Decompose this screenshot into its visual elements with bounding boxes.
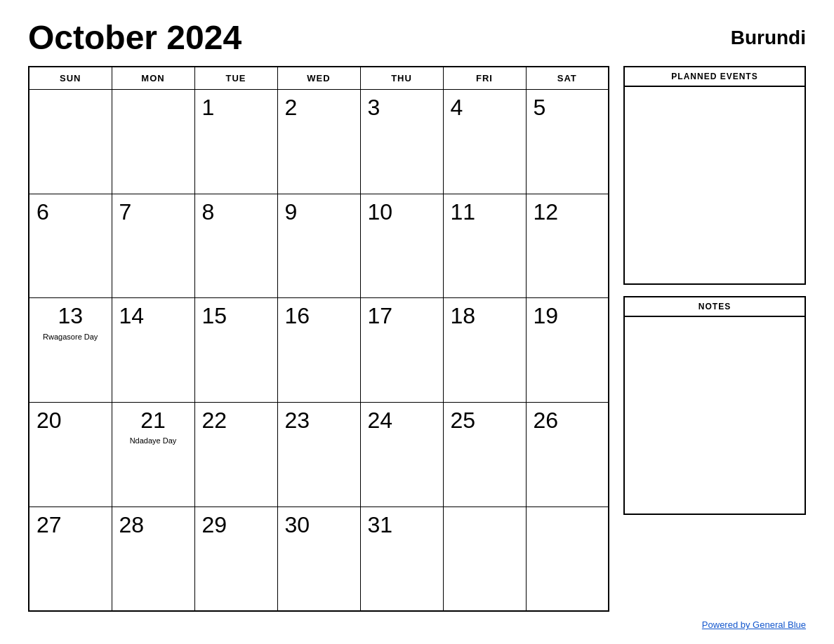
day-number: 6 xyxy=(37,200,105,224)
day-number: 12 xyxy=(534,200,602,224)
day-number: 17 xyxy=(368,304,436,328)
day-number: 8 xyxy=(202,200,270,224)
calendar-page: October 2024 Burundi SUN MON TUE WED THU… xyxy=(0,0,834,644)
col-tue: TUE xyxy=(194,67,277,90)
day-number: 29 xyxy=(202,513,270,537)
planned-events-box: PLANNED EVENTS xyxy=(623,66,806,285)
day-number: 25 xyxy=(451,408,519,433)
calendar-cell: 27 xyxy=(29,507,112,611)
notes-box: NOTES xyxy=(623,296,806,515)
day-number: 13 xyxy=(37,304,105,328)
planned-events-header: PLANNED EVENTS xyxy=(625,67,805,87)
calendar-table: SUN MON TUE WED THU FRI SAT 123456789101… xyxy=(28,66,609,612)
day-number: 9 xyxy=(285,200,353,224)
col-thu: THU xyxy=(360,67,443,90)
calendar-cell: 16 xyxy=(277,298,360,403)
day-number: 23 xyxy=(285,408,353,433)
calendar-cell: 20 xyxy=(29,403,112,507)
day-number: 22 xyxy=(202,408,270,433)
col-sun: SUN xyxy=(29,67,112,90)
day-number: 1 xyxy=(202,95,270,120)
calendar-cell: 26 xyxy=(526,403,609,507)
powered-by-link[interactable]: Powered by General Blue xyxy=(702,619,806,630)
day-number: 2 xyxy=(285,95,353,120)
day-number: 20 xyxy=(37,408,105,433)
col-fri: FRI xyxy=(443,67,526,90)
calendar-cell: 15 xyxy=(194,298,277,403)
calendar-cell: 2 xyxy=(277,90,360,194)
calendar-cell: 31 xyxy=(360,507,443,611)
calendar-cell: 18 xyxy=(443,298,526,403)
col-wed: WED xyxy=(277,67,360,90)
holiday-label: Rwagasore Day xyxy=(37,332,105,342)
calendar-cell: 13Rwagasore Day xyxy=(29,298,112,403)
calendar-cell: 4 xyxy=(443,90,526,194)
main-content: SUN MON TUE WED THU FRI SAT 123456789101… xyxy=(28,66,806,612)
calendar-cell: 5 xyxy=(526,90,609,194)
day-number: 24 xyxy=(368,408,436,433)
calendar-cell: 30 xyxy=(277,507,360,611)
calendar-cell: 25 xyxy=(443,403,526,507)
calendar-cell: 28 xyxy=(112,507,194,611)
calendar-cell xyxy=(112,90,194,194)
calendar-cell: 10 xyxy=(360,194,443,298)
calendar-cell xyxy=(526,507,609,611)
calendar-cell: 23 xyxy=(277,403,360,507)
calendar-cell: 6 xyxy=(29,194,112,298)
day-number: 31 xyxy=(368,513,436,537)
calendar-cell: 17 xyxy=(360,298,443,403)
day-number: 3 xyxy=(368,95,436,120)
notes-header: NOTES xyxy=(625,297,805,317)
sidebar: PLANNED EVENTS NOTES xyxy=(623,66,806,612)
day-number: 14 xyxy=(119,304,187,328)
calendar-cell: 7 xyxy=(112,194,194,298)
day-number: 26 xyxy=(534,408,602,433)
country-title: Burundi xyxy=(731,21,806,48)
calendar-cell: 21Ndadaye Day xyxy=(112,403,194,507)
col-sat: SAT xyxy=(526,67,609,90)
holiday-label: Ndadaye Day xyxy=(119,436,187,445)
calendar-cell: 19 xyxy=(526,298,609,403)
day-number: 10 xyxy=(368,200,436,224)
calendar-week-row: 6789101112 xyxy=(29,194,609,298)
calendar-week-row: 2021Ndadaye Day2223242526 xyxy=(29,403,609,507)
calendar-cell: 14 xyxy=(112,298,194,403)
calendar-cell: 24 xyxy=(360,403,443,507)
notes-body xyxy=(625,317,805,514)
powered-by[interactable]: Powered by General Blue xyxy=(702,619,806,630)
calendar-cell: 12 xyxy=(526,194,609,298)
month-title: October 2024 xyxy=(28,21,241,55)
day-number: 30 xyxy=(285,513,353,537)
calendar-cell xyxy=(29,90,112,194)
calendar-cell: 1 xyxy=(194,90,277,194)
calendar-cell: 3 xyxy=(360,90,443,194)
calendar-cell: 8 xyxy=(194,194,277,298)
calendar-cell: 29 xyxy=(194,507,277,611)
calendar-week-row: 2728293031 xyxy=(29,507,609,611)
calendar-section: SUN MON TUE WED THU FRI SAT 123456789101… xyxy=(28,66,609,612)
col-mon: MON xyxy=(112,67,194,90)
day-number: 18 xyxy=(451,304,519,328)
day-number: 19 xyxy=(534,304,602,328)
planned-events-body xyxy=(625,87,805,283)
day-number: 21 xyxy=(119,408,187,433)
page-header: October 2024 Burundi xyxy=(28,21,806,55)
calendar-cell: 22 xyxy=(194,403,277,507)
day-number: 27 xyxy=(37,513,105,537)
day-number: 4 xyxy=(451,95,519,120)
calendar-week-row: 12345 xyxy=(29,90,609,194)
day-number: 5 xyxy=(534,95,602,120)
day-number: 16 xyxy=(285,304,353,328)
calendar-cell: 9 xyxy=(277,194,360,298)
day-number: 7 xyxy=(119,200,187,224)
day-number: 28 xyxy=(119,513,187,537)
calendar-header-row: SUN MON TUE WED THU FRI SAT xyxy=(29,67,609,90)
day-number: 15 xyxy=(202,304,270,328)
day-number: 11 xyxy=(451,200,519,224)
calendar-cell: 11 xyxy=(443,194,526,298)
calendar-cell xyxy=(443,507,526,611)
calendar-week-row: 13Rwagasore Day141516171819 xyxy=(29,298,609,403)
